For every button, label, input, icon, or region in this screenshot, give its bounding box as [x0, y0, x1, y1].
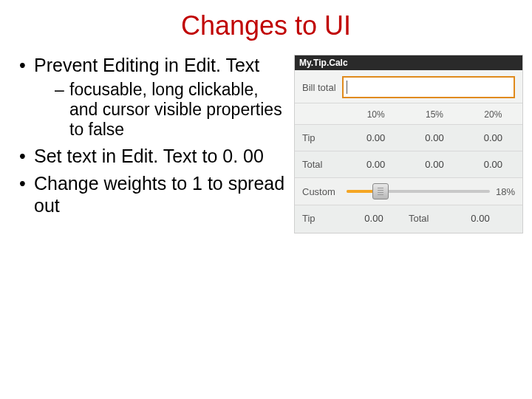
total-row: Total 0.00 0.00 0.00: [295, 151, 522, 177]
tipcalc-app: My.Tip.Calc Bill total 10% 15% 20% Tip 0…: [294, 55, 523, 233]
custom-tip-value: 0.00: [339, 213, 409, 224]
tip-20-value: 0.00: [464, 132, 522, 143]
percent-header-row: 10% 15% 20%: [295, 103, 522, 124]
custom-row: Custom 18%: [295, 177, 522, 205]
slider-thumb-icon[interactable]: [372, 183, 389, 200]
content-area: Prevent Editing in Edit. Text focusable,…: [0, 55, 532, 233]
pct-20-header: 20%: [464, 109, 522, 120]
tip-10-value: 0.00: [347, 132, 405, 143]
bill-total-label: Bill total: [302, 82, 336, 93]
total-15-value: 0.00: [405, 159, 463, 170]
total-20-value: 0.00: [464, 159, 522, 170]
bullet-1: Prevent Editing in Edit. Text focusable,…: [18, 55, 287, 140]
bullet-2: Set text in Edit. Text to 0. 00: [18, 146, 287, 168]
bullet-list: Prevent Editing in Edit. Text focusable,…: [18, 55, 287, 233]
text-cursor-icon: [347, 81, 347, 94]
bullet-3: Change weights to 1 to spread out: [18, 173, 287, 216]
bill-total-input[interactable]: [342, 76, 515, 98]
custom-percent-value: 18%: [496, 186, 515, 197]
tip-row-label: Tip: [295, 132, 347, 143]
custom-tip-slider[interactable]: [347, 184, 490, 199]
custom-total-value: 0.00: [446, 213, 515, 224]
total-10-value: 0.00: [347, 159, 405, 170]
custom-label: Custom: [302, 186, 341, 197]
tip-row: Tip 0.00 0.00 0.00: [295, 124, 522, 151]
pct-10-header: 10%: [347, 109, 405, 120]
total-row-label: Total: [295, 159, 347, 170]
custom-total-label: Total: [409, 213, 446, 224]
custom-results-row: Tip 0.00 Total 0.00: [295, 205, 522, 233]
bullet-1-sub: focusable, long clickable, and cursor vi…: [55, 80, 287, 140]
bullet-1-text: Prevent Editing in Edit. Text: [34, 55, 259, 75]
app-screenshot: My.Tip.Calc Bill total 10% 15% 20% Tip 0…: [294, 55, 523, 233]
slide-title: Changes to UI: [0, 10, 532, 41]
pct-15-header: 15%: [405, 109, 463, 120]
custom-tip-label: Tip: [302, 213, 339, 224]
app-titlebar: My.Tip.Calc: [295, 55, 522, 70]
tip-15-value: 0.00: [405, 132, 463, 143]
bill-section: Bill total: [295, 70, 522, 103]
